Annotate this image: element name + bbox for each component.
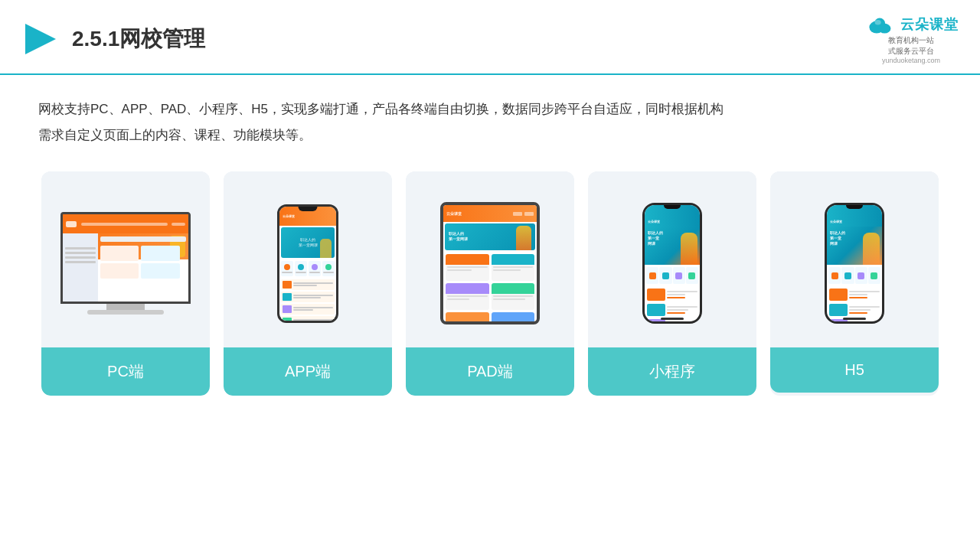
app-phone-banner: 职达人的第一堂网课 (281, 227, 335, 258)
miniprogram-grid-item (646, 267, 658, 284)
svg-point-4 (875, 20, 881, 24)
miniprogram-phone-mockup: 云朵课堂 职达人的第一堂网课 (642, 203, 702, 324)
pc-sidebar (63, 233, 98, 302)
pad-course-card (492, 254, 535, 281)
pc-label: PC端 (41, 347, 210, 396)
pad-course-card (446, 283, 489, 310)
app-card: 云朵课堂 职达人的第一堂网课 (224, 171, 392, 396)
app-phone-grid (279, 259, 336, 278)
pc-base (87, 310, 164, 315)
pc-header-logo (66, 221, 77, 227)
logo-cloud: 云朵课堂 (864, 14, 959, 35)
miniprogram-banner-text: 职达人的第一堂网课 (648, 231, 663, 246)
h5-course-item (829, 288, 880, 302)
h5-banner-text: 职达人的第一堂网课 (830, 231, 845, 246)
h5-image-area: 云朵课堂 职达人的第一堂网课 (770, 171, 939, 347)
miniprogram-grid-item (659, 267, 671, 284)
pc-image-area: 职达人的第一堂网课 (41, 171, 210, 347)
pad-card: 云朵课堂 职达人的第一堂网课 (406, 171, 574, 396)
miniprogram-phone-screen: 云朵课堂 职达人的第一堂网课 (645, 205, 700, 321)
h5-courses (827, 286, 882, 321)
h5-banner-person (863, 233, 880, 265)
app-banner-person (320, 239, 332, 258)
miniprogram-grid-item (673, 267, 685, 284)
header: 2.5.1网校管理 云朵课堂 教育机构一站式服务云平台 yunduoketang… (0, 0, 980, 75)
logo-tagline: 教育机构一站式服务云平台 (888, 35, 934, 57)
h5-phone-body: 云朵课堂 职达人的第一堂网课 (825, 203, 884, 324)
miniprogram-label: 小程序 (588, 347, 756, 396)
pad-course-card (446, 254, 489, 281)
app-course-item (281, 292, 335, 302)
h5-card: 云朵课堂 职达人的第一堂网课 (770, 171, 939, 396)
page-title: 2.5.1网校管理 (72, 24, 205, 54)
miniprogram-courses (645, 286, 700, 321)
h5-grid (827, 265, 882, 286)
h5-grid-item (841, 267, 854, 284)
miniprogram-banner-person (681, 233, 697, 265)
pad-course-card (446, 312, 489, 321)
logo-url: yunduoketang.com (882, 57, 940, 64)
pad-screen-body (443, 252, 537, 321)
play-icon (21, 20, 60, 58)
miniprogram-course-item (647, 288, 697, 302)
h5-grid-item (855, 267, 867, 284)
miniprogram-banner: 职达人的第一堂网课 (645, 227, 700, 265)
pc-card: 职达人的第一堂网课 (41, 171, 210, 396)
header-left: 2.5.1网校管理 (21, 20, 205, 58)
pc-screen: 职达人的第一堂网课 (60, 212, 191, 304)
svg-marker-0 (25, 24, 56, 54)
app-phone-screen: 云朵课堂 职达人的第一堂网课 (279, 207, 336, 321)
h5-grid-item (868, 267, 880, 284)
pad-label: PAD端 (406, 347, 574, 396)
app-course-item (281, 279, 335, 290)
pc-stand (106, 304, 145, 310)
pad-image-area: 云朵课堂 职达人的第一堂网课 (406, 171, 574, 347)
app-grid-item (309, 261, 321, 276)
h5-banner: 职达人的第一堂网课 (827, 227, 882, 265)
app-grid-item (295, 261, 307, 276)
miniprogram-phone-notch (664, 205, 681, 209)
h5-grid-item (828, 267, 841, 284)
main-content: 网校支持PC、APP、PAD、小程序、H5，实现多端打通，产品各终端自由切换，数… (0, 75, 980, 411)
app-grid-item (281, 261, 293, 276)
app-course-item (281, 316, 335, 321)
logo-area: 云朵课堂 教育机构一站式服务云平台 yunduoketang.com (864, 14, 959, 64)
h5-phone-screen: 云朵课堂 职达人的第一堂网课 (827, 205, 882, 321)
miniprogram-grid (645, 265, 700, 286)
cards-container: 职达人的第一堂网课 (38, 171, 942, 396)
miniprogram-grid-item (686, 267, 698, 284)
pad-mockup: 云朵课堂 职达人的第一堂网课 (440, 202, 540, 324)
app-course-item (281, 304, 335, 315)
pad-header: 云朵课堂 (443, 205, 537, 222)
app-grid-item (322, 261, 335, 276)
cloud-icon (864, 14, 896, 35)
miniprogram-card: 云朵课堂 职达人的第一堂网课 (588, 171, 756, 396)
pc-screen-content: 职达人的第一堂网课 (63, 214, 188, 302)
app-phone-body: 云朵课堂 职达人的第一堂网课 (277, 204, 338, 323)
h5-phone-mockup: 云朵课堂 职达人的第一堂网课 (825, 203, 884, 324)
app-image-area: 云朵课堂 职达人的第一堂网课 (224, 171, 392, 347)
logo-name: 云朵课堂 (900, 15, 959, 34)
pc-screen-rows (100, 236, 186, 279)
h5-phone-notch (846, 205, 863, 209)
pad-course-card (492, 283, 535, 310)
app-banner-text: 职达人的第一堂网课 (299, 237, 318, 248)
app-phone-mockup: 云朵课堂 职达人的第一堂网课 (277, 204, 338, 323)
miniprogram-course-item (647, 303, 697, 317)
pad-course-card (492, 312, 535, 321)
description-text: 网校支持PC、APP、PAD、小程序、H5，实现多端打通，产品各终端自由切换，数… (38, 96, 942, 148)
miniprogram-image-area: 云朵课堂 职达人的第一堂网课 (588, 171, 756, 347)
h5-label: H5 (770, 347, 939, 393)
pad-body: 云朵课堂 职达人的第一堂网课 (440, 202, 540, 324)
pc-mockup: 职达人的第一堂网课 (60, 212, 191, 315)
h5-course-item (829, 303, 880, 317)
app-course-list (279, 278, 336, 321)
miniprogram-phone-body: 云朵课堂 职达人的第一堂网课 (642, 203, 702, 324)
app-phone-notch (299, 207, 318, 211)
pc-header-bar (63, 214, 188, 233)
miniprogram-home-bar (661, 318, 684, 320)
pad-screen: 云朵课堂 职达人的第一堂网课 (443, 205, 537, 321)
app-label: APP端 (224, 347, 392, 396)
h5-home-bar (843, 318, 866, 320)
